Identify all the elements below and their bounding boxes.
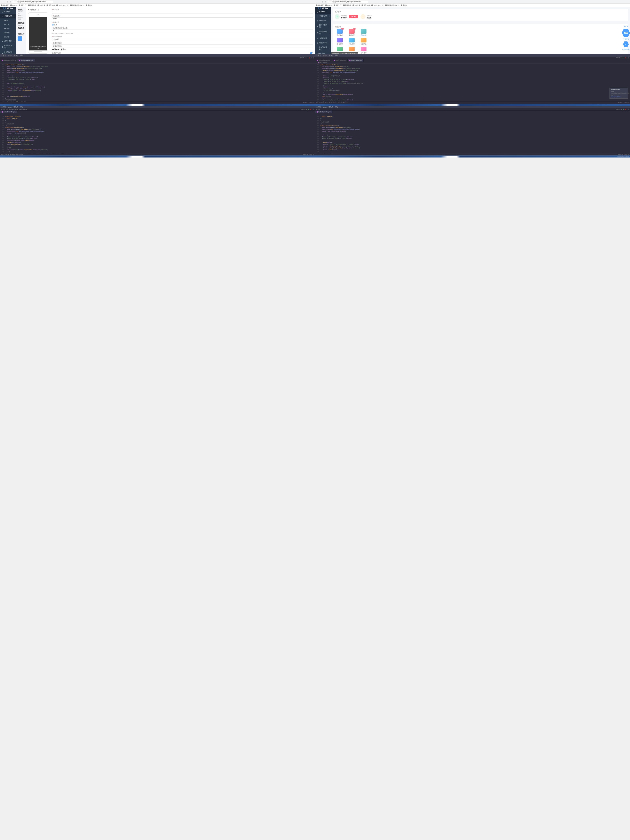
stat-total: 2285: [622, 29, 630, 37]
menubar[interactable]: 工具(T)Git(G)窗口(D)帮助: [315, 54, 630, 57]
bm-icon: [70, 5, 72, 6]
toolbar[interactable]: er.php › App_Controller_Applet_ActiveCon…: [0, 108, 315, 111]
bookmark[interactable]: 网址导航: [343, 4, 351, 6]
quick-intent[interactable]: 意向客户: [358, 47, 369, 54]
bookmark[interactable]: 谷歌更新: [316, 4, 324, 6]
sub-material[interactable]: 素材管理: [0, 27, 16, 31]
sidebar-item-miniapp[interactable]: ◎ 小程序管理›: [315, 36, 331, 41]
toolbar[interactable]: er.php当前文件 ▾ ▶ 🐞 ⋮ ⚲: [315, 108, 630, 111]
fwd-icon[interactable]: →: [4, 1, 6, 3]
breadcrumb[interactable]: ...: [0, 62, 315, 63]
tab-seo[interactable]: SeoController.php: [347, 59, 363, 62]
bookmarks-bar: 谷歌更新 hao123 百度一下 网址导航 360搜索 阿里1688 Vite …: [0, 4, 315, 7]
code-editor[interactable]: 3940414243444546474849505152535455565758…: [315, 63, 630, 101]
bookmark[interactable]: 网络科: [401, 4, 407, 6]
menubar[interactable]: 工具(T)Git(G)窗口(D)帮助: [0, 54, 315, 57]
quick-account[interactable]: 账号管理: [335, 38, 345, 45]
logo[interactable]: 云罗企客: [0, 7, 16, 9]
projname-input[interactable]: [52, 11, 313, 14]
clear-audio-btn[interactable]: ○ 消除原: [52, 38, 313, 41]
sidebar-item-finance[interactable]: ¥ 财务管理›: [315, 52, 331, 54]
quick-comment[interactable]: 评论管理: [347, 38, 357, 45]
toolbar[interactable]: 当前文件 ▾ ▶ 🐞 ⋮ ⚲: [0, 57, 315, 59]
reload-icon[interactable]: ⟳: [6, 1, 9, 3]
toolbar[interactable]: 当前文件 ▾ ▶ 🐞 ⋮ ⚲: [315, 57, 630, 59]
quick-creative[interactable]: 热门创意工程: [335, 29, 345, 36]
bookmark[interactable]: 网址导航: [28, 4, 36, 6]
title-font-select[interactable]: 百度综艺简体: [52, 44, 313, 48]
debug-icon[interactable]: 🐞: [309, 57, 310, 58]
code-editor[interactable]: 2223242526272829303132333435363738394041…: [0, 63, 315, 101]
sub-creative[interactable]: 创意工程: [0, 22, 16, 27]
tab-set[interactable]: SetController.php: [332, 59, 347, 62]
back-icon[interactable]: ←: [316, 1, 318, 3]
sidebar-item-seo[interactable]: ▤ 短视频SEO›: [315, 41, 331, 45]
run-icon[interactable]: ▶: [623, 57, 624, 58]
taskbar[interactable]: [0, 155, 315, 158]
bookmark[interactable]: 阿里1688: [47, 4, 55, 6]
radio-portrait[interactable]: [52, 24, 54, 26]
bookmark[interactable]: 阿里1688: [362, 4, 370, 6]
sidebar-item-overview[interactable]: ❏ 数据概览: [0, 9, 16, 14]
sidebar-item-target[interactable]: ☷ 定向智能获客›: [315, 45, 331, 52]
quick-dm[interactable]: 私信消息: [358, 38, 369, 45]
taskbar[interactable]: [315, 104, 630, 106]
taskbar[interactable]: [315, 155, 630, 158]
sub-inspire[interactable]: 创意灵感: [0, 35, 16, 39]
menubar[interactable]: 工具(T)Git(G)窗口(D)帮助: [315, 106, 630, 108]
url-bar[interactable]: ⚠不安全 | douqutui.com/dydqtshoppc/user/hom…: [327, 1, 368, 3]
title-pos-toggle[interactable]: [310, 52, 313, 54]
menubar[interactable]: 工具(T)Git(G)窗口(D)帮助: [0, 106, 315, 108]
sidebar-item-ai-video[interactable]: ✂ AI视频创意›: [315, 14, 331, 19]
url-bar[interactable]: ⚠不安全 | douqutui.com/dydqtshoppc/video/in…: [12, 1, 53, 3]
run-icon[interactable]: ▶: [307, 57, 308, 58]
bookmark[interactable]: 百度一下: [334, 4, 341, 6]
bookmark[interactable]: 网络科: [86, 4, 92, 6]
bookmark[interactable]: hao123: [10, 5, 17, 6]
stat-today: 0: [623, 41, 629, 47]
bookmark[interactable]: 刘明野的工具箱 |...: [70, 4, 84, 6]
breadcrumb[interactable]: ⋮ ◆ ApplyStopAction: [315, 62, 630, 63]
mix-select[interactable]: 智能混: [52, 17, 313, 20]
sidebar-item-marketing[interactable]: ♚ 企业智能营销›: [0, 50, 16, 54]
sidebar-item-expand[interactable]: ◈ AI视频拓客›: [0, 39, 16, 43]
recharge-button[interactable]: 立即充值: [349, 15, 358, 18]
code-editor[interactable]: 1011121314151617181920212223242526272829…: [315, 115, 630, 153]
home-icon[interactable]: ⌂: [9, 1, 11, 3]
logo-icon: [3, 7, 6, 9]
code-editor[interactable]: 9101112131415161718192021222324252627282…: [0, 115, 315, 153]
logo[interactable]: 云罗企客: [315, 7, 331, 9]
tab-image[interactable]: ImageController.php: [17, 59, 35, 62]
sidebar-item-matrix[interactable]: ▦ 账号矩阵运营›: [0, 43, 16, 50]
search-icon[interactable]: ⚲: [313, 57, 314, 58]
sub-workbench[interactable]: 工作台: [0, 19, 16, 22]
quick-local[interactable]: 同城拓客: [358, 29, 369, 36]
scene-input[interactable]: [52, 30, 313, 32]
reload-icon[interactable]: ⟳: [322, 1, 324, 3]
sidebar-item-marketing[interactable]: ♚ 企业智能营销›: [315, 30, 331, 36]
back-icon[interactable]: ←: [1, 1, 3, 3]
sidebar-item-matrix[interactable]: ▦ 账号矩阵运营›: [315, 23, 331, 30]
tab-video[interactable]: VideoController.php: [315, 59, 332, 62]
sidebar-item-ai-video[interactable]: ✂ AI视频创意▾: [0, 14, 16, 19]
bookmark[interactable]: 百度一下: [19, 4, 27, 6]
sidebar-item-expand[interactable]: ◈ AI视频拓客›: [315, 19, 331, 23]
taskbar[interactable]: [0, 104, 315, 106]
bookmark[interactable]: Vite + Vue + TS: [371, 5, 384, 6]
home-icon[interactable]: ⌂: [324, 1, 327, 3]
sidebar-item-overview[interactable]: ❏ 数据概览: [315, 9, 331, 14]
bookmark[interactable]: Vite + Vue + TS: [57, 5, 68, 6]
bookmark[interactable]: hao123: [325, 5, 332, 6]
bookmark[interactable]: 360搜索: [38, 4, 45, 6]
bookmark[interactable]: 谷歌更新: [1, 4, 9, 6]
tool-icon[interactable]: [17, 36, 22, 41]
tab-follow[interactable]: FollowController.php: [315, 111, 332, 113]
tab-follow[interactable]: FollowController.php: [0, 59, 17, 62]
doc-link[interactable]: www.php.net 的 'ids' »: [611, 96, 621, 98]
bookmark[interactable]: 刘明野的工具箱 |...: [385, 4, 399, 6]
fwd-icon[interactable]: →: [319, 1, 321, 3]
bookmark[interactable]: 360搜索: [352, 4, 360, 6]
quick-material[interactable]: 热门素材管理: [347, 29, 357, 36]
sub-finished[interactable]: 成片视频: [0, 31, 16, 35]
tab-active[interactable]: ActiveController.php: [0, 111, 17, 113]
